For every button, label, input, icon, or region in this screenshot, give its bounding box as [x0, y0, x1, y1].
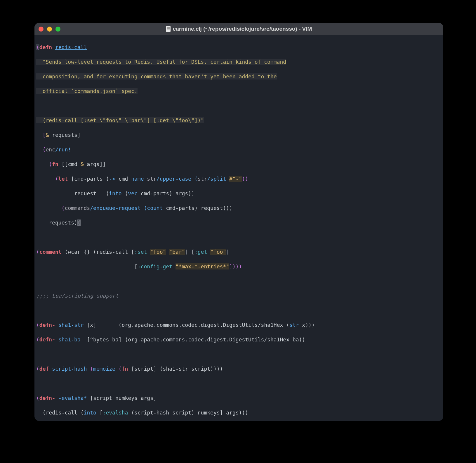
titlebar: carmine.clj (~/repos/redis/clojure/src/t…: [34, 23, 443, 35]
title-text: carmine.clj (~/repos/redis/clojure/src/t…: [173, 26, 312, 32]
editor-content[interactable]: (defn redis-call "Sends low-level reques…: [34, 35, 443, 421]
document-icon: [166, 26, 171, 32]
traffic-lights: [39, 27, 60, 32]
zoom-icon[interactable]: [55, 27, 60, 32]
terminal-window: carmine.clj (~/repos/redis/clojure/src/t…: [34, 23, 443, 421]
window-title: carmine.clj (~/repos/redis/clojure/src/t…: [34, 26, 443, 32]
close-icon[interactable]: [39, 27, 44, 32]
minimize-icon[interactable]: [47, 27, 52, 32]
